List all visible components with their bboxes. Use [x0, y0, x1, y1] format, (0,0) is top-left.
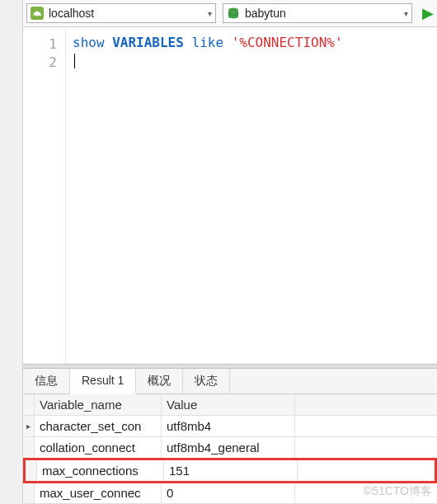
top-toolbar: localhost ▾ babytun ▾ ▶ [23, 0, 437, 27]
connection-selector[interactable]: localhost ▾ [26, 3, 216, 23]
cell-variable-name[interactable]: collation_connect [35, 437, 162, 458]
table-row[interactable]: max_user_connec 0 [23, 483, 437, 504]
cell-variable-name[interactable]: max_connections [37, 460, 164, 481]
cell-variable-name[interactable]: max_user_connec [35, 483, 162, 503]
database-label: babytun [245, 7, 399, 20]
grid-header: Variable_name Value [23, 394, 437, 416]
code-line: show VARIABLES like '%CONNECTION%' [73, 34, 432, 52]
code-line [73, 52, 432, 70]
line-number-gutter: 1 2 [23, 27, 66, 364]
row-handle-header [23, 394, 35, 415]
row-handle [26, 460, 37, 481]
tab-status[interactable]: 状态 [183, 369, 230, 393]
row-handle [23, 483, 35, 503]
database-selector[interactable]: babytun ▾ [223, 3, 412, 23]
code-area[interactable]: show VARIABLES like '%CONNECTION%' [66, 27, 437, 364]
cell-value[interactable]: 151 [164, 460, 298, 481]
dolphin-icon [31, 7, 44, 20]
line-number: 1 [23, 34, 65, 52]
chevron-down-icon: ▾ [404, 9, 408, 18]
text-caret [74, 54, 75, 68]
column-header-value[interactable]: Value [162, 394, 295, 415]
tab-info[interactable]: 信息 [23, 369, 70, 393]
column-header-name[interactable]: Variable_name [35, 394, 162, 415]
cell-value[interactable]: 0 [162, 483, 295, 503]
result-tabs: 信息 Result 1 概况 状态 [23, 369, 437, 394]
tab-profile[interactable]: 概况 [136, 369, 183, 393]
table-row-highlighted[interactable]: max_connections 151 [23, 458, 437, 483]
vertical-toolbar [0, 0, 23, 504]
tab-result-1[interactable]: Result 1 [70, 369, 136, 394]
database-icon [227, 7, 240, 20]
cell-variable-name[interactable]: character_set_con [35, 416, 162, 436]
current-row-icon: ▸ [23, 416, 35, 436]
run-icon[interactable]: ▶ [419, 4, 434, 22]
result-grid: Variable_name Value ▸ character_set_con … [23, 394, 437, 504]
line-number: 2 [23, 52, 65, 70]
table-row[interactable]: ▸ character_set_con utf8mb4 [23, 416, 437, 437]
connection-label: localhost [49, 7, 203, 20]
row-handle [23, 437, 35, 458]
cell-value[interactable]: utf8mb4_general [162, 437, 295, 458]
sql-editor[interactable]: 1 2 show VARIABLES like '%CONNECTION%' [23, 27, 437, 364]
cell-value[interactable]: utf8mb4 [162, 416, 295, 436]
chevron-down-icon: ▾ [208, 9, 212, 18]
table-row[interactable]: collation_connect utf8mb4_general [23, 437, 437, 459]
